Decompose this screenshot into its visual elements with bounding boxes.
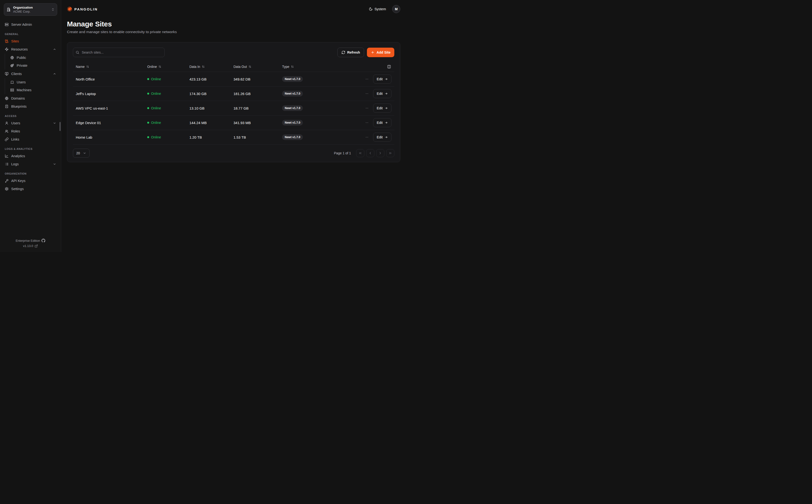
row-menu-button[interactable] (364, 76, 370, 82)
sites-toolbar: Refresh Add Site (73, 48, 394, 57)
external-link-icon[interactable] (35, 244, 38, 248)
sidebar-item-blueprints[interactable]: Blueprints (4, 103, 57, 110)
server-icon (10, 88, 14, 92)
laptop-icon (10, 80, 14, 84)
sidebar-item-label: Users (11, 121, 50, 125)
page-head: Manage Sites Create and manage sites to … (67, 20, 400, 34)
site-status: Online (144, 77, 187, 81)
sidebar-scrollbar-thumb[interactable] (60, 122, 61, 131)
github-icon[interactable] (41, 239, 45, 242)
online-status-label: Online (151, 106, 161, 110)
site-data-in: 1.20 TB (187, 135, 231, 139)
sidebar-item-label: Analytics (11, 154, 56, 158)
row-menu-button[interactable] (364, 135, 370, 140)
row-menu-button[interactable] (364, 91, 370, 96)
first-page-button[interactable] (356, 149, 364, 157)
site-type: Newt v1.7.0 (279, 91, 359, 96)
site-data-out: 341.93 MB (231, 121, 279, 125)
column-header-data-out[interactable]: Data Out (231, 65, 279, 69)
globe-lock-icon (10, 64, 14, 67)
org-label: Organization (13, 5, 49, 10)
search-input[interactable] (73, 48, 165, 57)
ellipsis-icon (365, 77, 369, 81)
sidebar-item-server-admin[interactable]: Server Admin (4, 21, 57, 28)
row-menu-button[interactable] (364, 106, 370, 111)
refresh-icon (341, 50, 345, 54)
online-status-dot (147, 136, 149, 138)
sidebar-item-label: Public (17, 56, 56, 60)
site-data-in: 423.13 GB (187, 77, 231, 81)
site-data-in: 174.30 GB (187, 92, 231, 96)
chevrons-left-icon (358, 151, 362, 155)
table-row-edge-device-01: Edge Device 01Online144.24 MB341.93 MBNe… (73, 116, 394, 130)
arrow-right-icon (385, 77, 388, 81)
column-label: Type (282, 65, 289, 69)
edition-label: Enterprise Edition (16, 239, 40, 242)
chevron-left-icon (368, 151, 372, 155)
settings-icon (5, 187, 9, 191)
last-page-button[interactable] (386, 149, 394, 157)
sidebar-item-clients[interactable]: Clients (4, 70, 57, 78)
online-status-label: Online (151, 121, 161, 125)
edit-site-button[interactable]: Edit (373, 104, 391, 113)
arrow-right-icon (385, 92, 388, 95)
edit-site-button[interactable]: Edit (373, 133, 391, 142)
edit-site-button[interactable]: Edit (373, 75, 391, 84)
org-selector[interactable]: Organization ACME Corp. (4, 3, 57, 16)
topbar-right: System M (367, 5, 400, 13)
site-type: Newt v1.7.0 (279, 105, 359, 111)
sidebar-item-settings[interactable]: Settings (4, 185, 57, 193)
sidebar-item-label: Sites (11, 39, 56, 43)
sidebar-item-private[interactable]: Private (10, 62, 57, 69)
column-header-type[interactable]: Type (279, 65, 359, 69)
sidebar-item-machines[interactable]: Machines (10, 86, 57, 94)
sidebar-item-resources[interactable]: Resources (4, 45, 57, 53)
edit-site-button[interactable]: Edit (373, 118, 391, 127)
sidebar-item-logs[interactable]: Logs (4, 160, 57, 168)
sidebar-item-public[interactable]: Public (10, 54, 57, 61)
sidebar-item-users[interactable]: Users (4, 119, 57, 127)
sidebar-item-analytics[interactable]: Analytics (4, 152, 57, 160)
sidebar-item-links[interactable]: Links (4, 136, 57, 143)
edit-site-button[interactable]: Edit (373, 89, 391, 98)
refresh-button[interactable]: Refresh (337, 48, 364, 57)
prev-page-button[interactable] (366, 149, 374, 157)
sidebar-item-roles[interactable]: Roles (4, 127, 57, 135)
toolbar-actions: Refresh Add Site (337, 48, 394, 57)
sidebar-item-sites[interactable]: Sites (4, 37, 57, 45)
sidebar-item-domains[interactable]: Domains (4, 95, 57, 102)
chevron-down-icon (83, 151, 86, 155)
add-site-button[interactable]: Add Site (367, 48, 394, 57)
column-header-online[interactable]: Online (144, 65, 187, 69)
table-body: North OfficeOnline423.13 GB349.62 DBNewt… (73, 72, 394, 145)
chart-line-icon (5, 154, 9, 158)
table-row-north-office: North OfficeOnline423.13 GB349.62 DBNewt… (73, 72, 394, 86)
sidebar-item-users[interactable]: Users (10, 78, 57, 86)
row-menu-button[interactable] (364, 120, 370, 125)
chevron-down-icon (53, 121, 56, 125)
avatar[interactable]: M (392, 5, 400, 13)
link-icon (5, 137, 9, 141)
page-size-select[interactable]: 20 (73, 149, 90, 158)
pagination: 20 Page 1 of 1 (73, 149, 394, 158)
edit-label: Edit (377, 121, 383, 125)
chevron-up-icon (53, 72, 56, 76)
column-header-name[interactable]: Name (73, 65, 144, 69)
server-icon (5, 23, 9, 26)
column-header-data-in[interactable]: Data In (187, 65, 231, 69)
sidebar-item-api-keys[interactable]: API Keys (4, 177, 57, 185)
column-header-actions (359, 64, 394, 69)
toggle-columns-button[interactable] (387, 64, 391, 69)
sidebar-item-label: Users (17, 80, 56, 84)
add-site-label: Add Site (376, 50, 391, 54)
page-size-value: 20 (76, 151, 80, 155)
theme-toggle[interactable]: System (367, 7, 387, 11)
chevron-right-icon (378, 151, 382, 155)
site-name: Home Lab (73, 135, 144, 139)
org-value: ACME Corp. (13, 10, 49, 14)
next-page-button[interactable] (376, 149, 384, 157)
sidebar-item-label: Domains (11, 96, 56, 100)
logs-icon (5, 162, 9, 166)
page-info: Page 1 of 1 (334, 151, 351, 155)
site-name: AWS VPC us-east-1 (73, 106, 144, 110)
